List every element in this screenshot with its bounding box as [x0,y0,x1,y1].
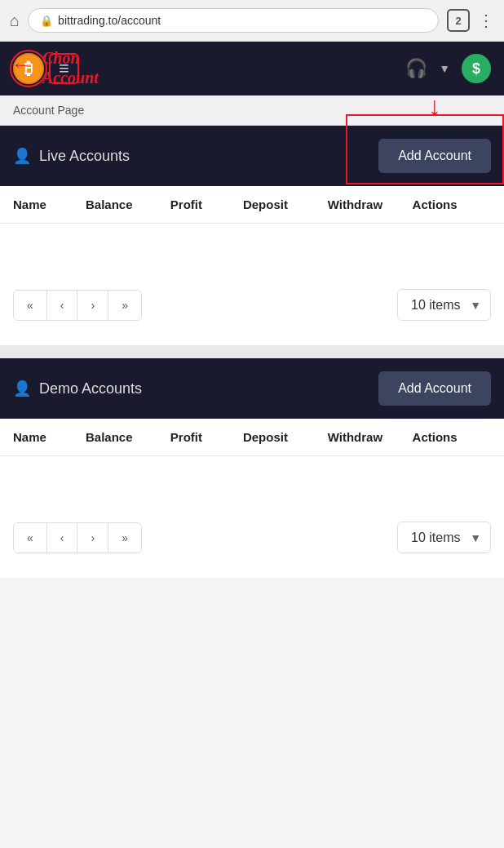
bitcoin-logo-wrapper: ₿ [13,53,44,84]
demo-table-header: Name Balance Profit Deposit Withdraw Act… [0,419,504,456]
demo-col-name: Name [13,430,86,444]
col-deposit: Deposit [243,198,328,211]
live-last-page-btn[interactable]: » [108,291,141,320]
home-icon[interactable]: ⌂ [10,11,20,30]
live-table-header: Name Balance Profit Deposit Withdraw Act… [0,186,504,224]
header-dropdown-arrow[interactable]: ▼ [439,62,450,75]
demo-section-title: 👤 Demo Accounts [13,380,142,397]
demo-section-header: 👤 Demo Accounts Add Account [0,358,504,419]
hamburger-wrapper: ≡ [54,56,74,81]
dollar-icon[interactable]: $ [462,54,491,83]
live-add-account-wrapper: ↓ Add Account [378,139,491,173]
demo-pagination-buttons: « ‹ › » [13,522,142,553]
browser-bar: ⌂ 🔒 bittrading.to/account 2 ⋮ [0,0,504,42]
demo-pagination: « ‹ › » 10 items 25 items 50 items ▼ [0,505,504,578]
lock-icon: 🔒 [40,15,53,27]
header-right: 🎧 ▼ $ [405,54,491,83]
col-actions: Actions [413,198,491,211]
bitcoin-logo: ₿ [13,53,44,84]
live-pagination-buttons: « ‹ › » [13,290,142,321]
live-pagination: « ‹ › » 10 items 25 items 50 items ▼ [0,273,504,345]
col-withdraw: Withdraw [328,198,413,211]
page-label: Account Page [0,95,504,126]
live-section-title: 👤 Live Accounts [13,147,130,165]
demo-col-profit: Profit [170,430,243,444]
col-name: Name [13,198,86,211]
demo-accounts-section: 👤 Demo Accounts Add Account Name Balance… [0,358,504,578]
url-bar[interactable]: 🔒 bittrading.to/account [28,8,439,33]
demo-col-balance: Balance [86,430,170,444]
demo-col-actions: Actions [413,430,491,444]
demo-add-account-button[interactable]: Add Account [378,371,491,406]
section-divider [0,345,504,358]
demo-first-page-btn[interactable]: « [14,523,47,553]
headphone-icon[interactable]: 🎧 [405,58,427,79]
url-text: bittrading.to/account [58,14,161,27]
demo-person-icon: 👤 [13,380,31,397]
live-table-body [0,224,504,273]
live-prev-page-btn[interactable]: ‹ [47,291,78,320]
demo-table: Name Balance Profit Deposit Withdraw Act… [0,419,504,578]
col-profit: Profit [170,198,243,211]
demo-col-deposit: Deposit [243,430,328,444]
tab-count[interactable]: 2 [447,9,470,32]
demo-col-withdraw: Withdraw [328,430,413,444]
demo-items-per-page-select[interactable]: 10 items 25 items 50 items [397,522,491,553]
demo-next-page-btn[interactable]: › [77,523,108,553]
demo-table-body [0,456,504,505]
live-items-per-page-select[interactable]: 10 items 25 items 50 items [397,289,491,321]
browser-menu-icon[interactable]: ⋮ [478,11,494,30]
demo-last-page-btn[interactable]: » [108,523,141,553]
live-next-page-btn[interactable]: › [77,291,108,320]
live-accounts-section: 👤 Live Accounts ↓ Add Account Name Balan… [0,126,504,345]
live-items-select-wrapper: 10 items 25 items 50 items ▼ [397,289,491,321]
app-header: ₿ ≡ Chon Account ← 🎧 ▼ $ [0,42,504,95]
col-balance: Balance [86,198,170,211]
live-table: Name Balance Profit Deposit Withdraw Act… [0,186,504,345]
hamburger-button[interactable]: ≡ [54,56,74,81]
demo-items-select-wrapper: 10 items 25 items 50 items ▼ [397,522,491,553]
person-icon: 👤 [13,147,31,165]
demo-prev-page-btn[interactable]: ‹ [47,523,78,553]
live-add-account-button[interactable]: Add Account [378,139,491,173]
live-first-page-btn[interactable]: « [14,291,47,320]
live-section-header: 👤 Live Accounts ↓ Add Account [0,126,504,186]
